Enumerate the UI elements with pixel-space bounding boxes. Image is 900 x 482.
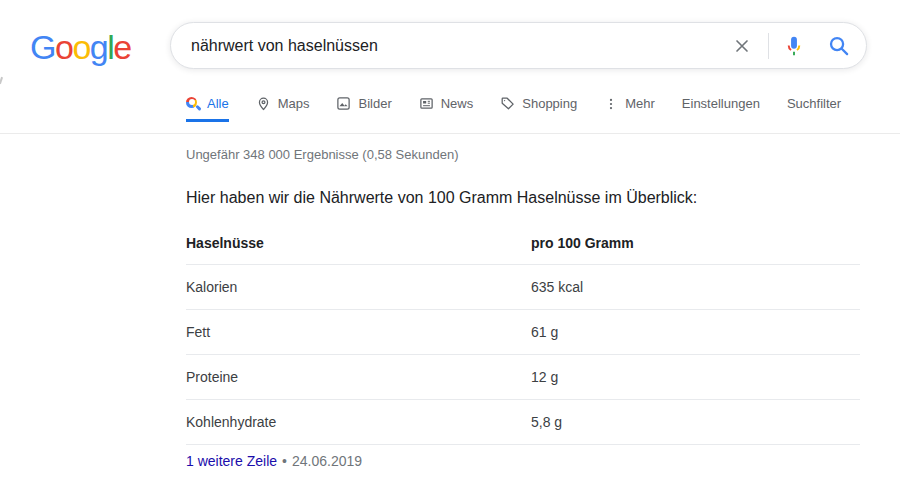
snippet-footer: 1 weitere Zeile•24.06.2019	[186, 453, 362, 469]
table-header-cell: pro 100 Gramm	[531, 235, 860, 251]
search-magnifier-icon[interactable]	[827, 34, 850, 57]
snippet-date: 24.06.2019	[292, 453, 362, 469]
header-divider	[0, 133, 900, 134]
nutrition-table: Haselnüsse pro 100 Gramm Kalorien 635 kc…	[186, 222, 860, 445]
search-colored-icon	[186, 97, 200, 111]
search-tabs: Alle Maps Bilder	[186, 96, 841, 122]
tab-news[interactable]: News	[419, 96, 474, 122]
logo-letter: g	[90, 28, 107, 66]
table-header-row: Haselnüsse pro 100 Gramm	[186, 222, 860, 265]
tab-label: Shopping	[522, 96, 577, 111]
table-row: Kohlenhydrate 5,8 g	[186, 400, 860, 445]
image-icon	[336, 96, 351, 111]
tab-alle[interactable]: Alle	[186, 96, 229, 122]
tab-label: News	[441, 96, 474, 111]
screen-edge-artifact	[0, 77, 3, 84]
tab-suchfilter[interactable]: Suchfilter	[787, 96, 841, 122]
table-cell-value: 5,8 g	[531, 414, 860, 430]
table-cell-value: 12 g	[531, 369, 860, 385]
newspaper-icon	[419, 96, 434, 111]
google-logo[interactable]: Google	[30, 28, 131, 67]
tab-label: Bilder	[358, 96, 391, 111]
microphone-icon[interactable]	[783, 35, 805, 57]
result-stats: Ungefähr 348 000 Ergebnisse (0,58 Sekund…	[186, 147, 458, 162]
searchbox-divider	[768, 33, 769, 59]
table-cell-label: Fett	[186, 324, 531, 340]
table-header-cell: Haselnüsse	[186, 235, 531, 251]
table-row: Fett 61 g	[186, 310, 860, 355]
table-cell-label: Proteine	[186, 369, 531, 385]
logo-letter: o	[55, 28, 72, 66]
logo-letter: o	[72, 28, 89, 66]
google-search-results-page: Google Alle	[0, 0, 900, 482]
tab-label: Suchfilter	[787, 96, 841, 111]
tab-einstellungen[interactable]: Einstellungen	[682, 96, 760, 122]
table-cell-label: Kohlenhydrate	[186, 414, 531, 430]
more-vertical-icon	[604, 97, 618, 111]
tab-label: Alle	[207, 96, 229, 111]
map-pin-icon	[256, 96, 271, 111]
table-cell-value: 635 kcal	[531, 279, 860, 295]
logo-letter: G	[30, 28, 55, 66]
more-rows-link[interactable]: 1 weitere Zeile	[186, 453, 277, 469]
table-cell-label: Kalorien	[186, 279, 531, 295]
tab-label: Mehr	[625, 96, 655, 111]
footer-separator: •	[282, 453, 287, 469]
price-tag-icon	[500, 96, 515, 111]
tab-label: Einstellungen	[682, 96, 760, 111]
search-box[interactable]	[170, 22, 867, 69]
logo-letter: e	[113, 28, 130, 66]
search-input[interactable]	[191, 37, 732, 55]
table-cell-value: 61 g	[531, 324, 860, 340]
clear-x-icon[interactable]	[732, 36, 752, 56]
tab-maps[interactable]: Maps	[256, 96, 310, 122]
table-row: Kalorien 635 kcal	[186, 265, 860, 310]
tab-shopping[interactable]: Shopping	[500, 96, 577, 122]
tab-bilder[interactable]: Bilder	[336, 96, 391, 122]
snippet-intro-text: Hier haben wir die Nährwerte von 100 Gra…	[186, 189, 697, 207]
tab-label: Maps	[278, 96, 310, 111]
tab-mehr[interactable]: Mehr	[604, 96, 655, 122]
table-row: Proteine 12 g	[186, 355, 860, 400]
